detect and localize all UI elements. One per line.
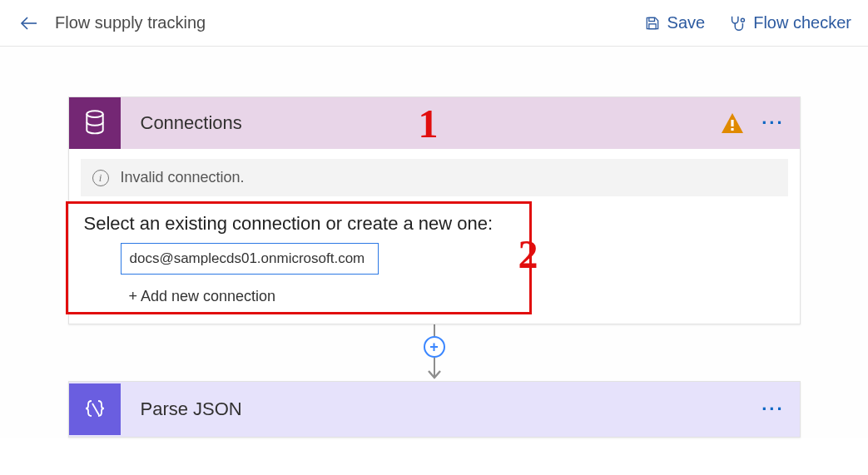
save-button[interactable]: Save [644, 13, 706, 32]
parse-json-card-title: Parse JSON [121, 398, 242, 420]
svg-point-4 [87, 111, 102, 117]
connections-card-header[interactable]: Connections ··· [69, 97, 800, 149]
annotation-number-2: 2 [518, 231, 538, 277]
card-menu-button[interactable]: ··· [761, 112, 784, 134]
svg-rect-6 [732, 120, 734, 126]
braces-icon [69, 383, 121, 435]
stethoscope-icon [728, 14, 746, 32]
back-button[interactable] [17, 12, 40, 35]
flow-title: Flow supply tracking [55, 13, 206, 32]
flow-checker-button[interactable]: Flow checker [728, 13, 851, 32]
banner-text: Invalid connection. [121, 169, 245, 186]
arrow-left-icon [18, 13, 38, 33]
connection-input[interactable] [121, 243, 379, 275]
save-icon [644, 15, 661, 32]
designer-canvas: Connections ··· i Invalid connection. Se… [0, 47, 868, 438]
svg-line-9 [92, 403, 99, 415]
card-menu-button[interactable]: ··· [761, 398, 784, 420]
info-icon: i [92, 170, 109, 186]
parse-json-card-header[interactable]: Parse JSON ··· [69, 382, 800, 437]
top-bar: Flow supply tracking Save Flow checker [0, 0, 868, 47]
save-label: Save [667, 13, 706, 32]
step-connector: + [424, 324, 445, 381]
connections-card-title: Connections [121, 112, 242, 134]
parse-json-card: Parse JSON ··· [68, 381, 801, 438]
connection-prompt: Select an existing connection or create … [84, 213, 785, 235]
flow-checker-label: Flow checker [753, 13, 851, 32]
arrow-down-icon [427, 369, 442, 381]
connection-selector-area: Select an existing connection or create … [69, 206, 800, 324]
svg-rect-2 [648, 23, 655, 28]
svg-point-3 [742, 18, 745, 22]
add-new-connection-button[interactable]: + Add new connection [129, 288, 785, 305]
warning-icon [720, 111, 745, 135]
invalid-connection-banner: i Invalid connection. [81, 159, 788, 196]
add-step-button[interactable]: + [424, 336, 445, 358]
svg-rect-7 [732, 128, 734, 131]
svg-rect-1 [648, 17, 654, 21]
database-icon [69, 97, 121, 149]
connections-card: Connections ··· i Invalid connection. Se… [68, 96, 801, 324]
